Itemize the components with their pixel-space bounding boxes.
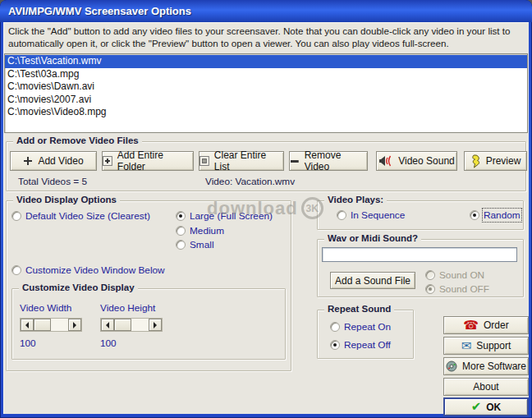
radio-large-full-screen[interactable]: Large (Full Screen)	[176, 210, 273, 222]
phone-icon: ☎	[463, 319, 479, 332]
add-sound-file-button[interactable]: Add a Sound File	[330, 272, 415, 289]
radio-circle	[11, 211, 21, 221]
radio-large-label: Large (Full Screen)	[190, 210, 273, 222]
radio-medium[interactable]: Medium	[176, 225, 224, 237]
list-item[interactable]: C:\movies\Dawn.avi	[5, 80, 527, 94]
dialog-window: AVI/MPG/WMV Screensaver Options Click th…	[0, 0, 532, 418]
clear-entire-list-label: Clear Entire List	[214, 149, 283, 172]
list-item[interactable]: C:\movies\2007.avi	[5, 94, 527, 107]
add-entire-folder-button[interactable]: Add Entire Folder	[102, 151, 194, 171]
radio-in-sequence[interactable]: In Sequence	[337, 209, 405, 221]
support-button[interactable]: ✉ Support	[443, 337, 529, 355]
video-height-value: 100	[100, 338, 117, 349]
video-sound-button[interactable]: Video Sound	[376, 151, 457, 171]
radio-circle	[337, 210, 346, 220]
slider-thumb[interactable]	[114, 319, 131, 331]
radio-circle	[176, 211, 186, 221]
radio-circle	[470, 210, 479, 220]
list-item[interactable]: C:\Test\Vacation.wmv	[5, 55, 527, 68]
radio-circle	[425, 270, 435, 280]
list-item[interactable]: C:\Test\03a.mpg	[5, 68, 527, 81]
title-bar[interactable]: AVI/MPG/WMV Screensaver Options	[0, 0, 532, 22]
slider-left-arrow[interactable]	[21, 319, 34, 331]
boxed-plus-icon	[103, 156, 112, 166]
radio-random[interactable]: Random	[470, 209, 521, 221]
radio-circle	[425, 284, 435, 294]
radio-small[interactable]: Small	[176, 239, 214, 250]
video-height-label: Video Height	[100, 302, 155, 314]
video-width-label: Video Width	[20, 302, 71, 314]
radio-customize-label: Customize Video Window Below	[25, 264, 165, 276]
minus-icon	[290, 156, 300, 166]
slider-right-arrow[interactable]	[149, 319, 162, 331]
more-software-button[interactable]: More Software	[443, 357, 529, 375]
radio-default-video-size[interactable]: Default Video Size (Clearest)	[11, 210, 150, 222]
slider-left-arrow[interactable]	[101, 319, 114, 331]
video-width-slider[interactable]	[20, 318, 82, 332]
add-remove-group-title: Add or Remove Video Files	[13, 136, 142, 145]
radio-circle	[176, 226, 186, 236]
repeat-sound-title: Repeat Sound	[324, 304, 394, 314]
radio-circle	[330, 322, 340, 332]
preview-button[interactable]: Preview	[464, 151, 527, 171]
slider-right-arrow[interactable]	[68, 319, 81, 331]
add-entire-folder-label: Add Entire Folder	[117, 149, 193, 172]
radio-circle	[11, 265, 21, 275]
radio-repeat-off[interactable]: Repeat Off	[330, 339, 391, 351]
video-width-value: 100	[20, 338, 36, 349]
add-sound-file-label: Add a Sound File	[335, 275, 410, 287]
radio-random-label: Random	[484, 209, 521, 221]
check-icon: ✔	[471, 401, 482, 413]
clear-entire-list-button[interactable]: Clear Entire List	[199, 151, 284, 171]
add-video-button[interactable]: Add Video	[10, 151, 97, 171]
display-options-title: Video Display Options	[13, 195, 120, 204]
video-height-slider[interactable]	[100, 318, 163, 332]
ok-button[interactable]: ✔ OK	[443, 397, 529, 416]
current-video-label: Video: Vacation.wmv	[205, 176, 295, 187]
cd-icon	[446, 361, 457, 372]
envelope-icon: ✉	[461, 340, 472, 352]
list-item[interactable]: C:\movies\Video8.mpg	[5, 106, 527, 119]
radio-sound-on-label: Sound ON	[439, 269, 484, 281]
radio-medium-label: Medium	[190, 225, 224, 237]
right-arrow-icon	[73, 322, 80, 328]
sound-file-input[interactable]	[322, 247, 517, 262]
speaker-icon	[378, 155, 393, 167]
instructions-line1: Click the "Add" button to add any video …	[8, 25, 527, 38]
left-arrow-icon	[103, 322, 109, 328]
video-plays-title: Video Plays:	[324, 195, 387, 204]
radio-circle	[330, 340, 340, 350]
order-button[interactable]: ☎ Order	[443, 316, 529, 334]
wav-midi-title: Wav or Midi Sound?	[324, 233, 421, 243]
instructions-text: Click the "Add" button to add any video …	[8, 25, 527, 49]
add-video-label: Add Video	[38, 155, 83, 167]
radio-sound-off: Sound OFF	[425, 283, 489, 295]
video-list[interactable]: C:\Test\Vacation.wmvC:\Test\03a.mpgC:\mo…	[4, 53, 528, 133]
video-sound-label: Video Sound	[398, 155, 455, 167]
more-software-label: More Software	[462, 361, 526, 372]
radio-default-video-size-label: Default Video Size (Clearest)	[25, 210, 150, 222]
customize-display-title: Customize Video Display	[19, 282, 138, 292]
radio-circle	[176, 240, 186, 250]
radio-small-label: Small	[190, 239, 214, 250]
remove-video-button[interactable]: Remove Video	[289, 151, 368, 171]
radio-customize-video-window[interactable]: Customize Video Window Below	[11, 264, 165, 276]
radio-repeat-off-label: Repeat Off	[344, 339, 391, 351]
radio-in-sequence-label: In Sequence	[351, 209, 405, 221]
ok-label: OK	[486, 402, 501, 413]
preview-label: Preview	[486, 155, 521, 167]
about-button[interactable]: About	[443, 378, 529, 396]
plus-icon	[23, 156, 33, 166]
right-arrow-icon	[154, 322, 160, 328]
slider-thumb[interactable]	[34, 319, 51, 331]
about-label: About	[473, 381, 498, 393]
left-arrow-icon	[22, 322, 29, 328]
boxed-square-icon	[200, 156, 209, 166]
radio-sound-on: Sound ON	[425, 269, 484, 281]
preview-icon	[470, 154, 481, 168]
support-label: Support	[476, 340, 511, 351]
instructions-line2: automatically open it, or click the "Pre…	[8, 38, 527, 50]
radio-sound-off-label: Sound OFF	[439, 283, 489, 295]
radio-repeat-on[interactable]: Repeat On	[330, 321, 391, 333]
order-label: Order	[484, 319, 509, 331]
